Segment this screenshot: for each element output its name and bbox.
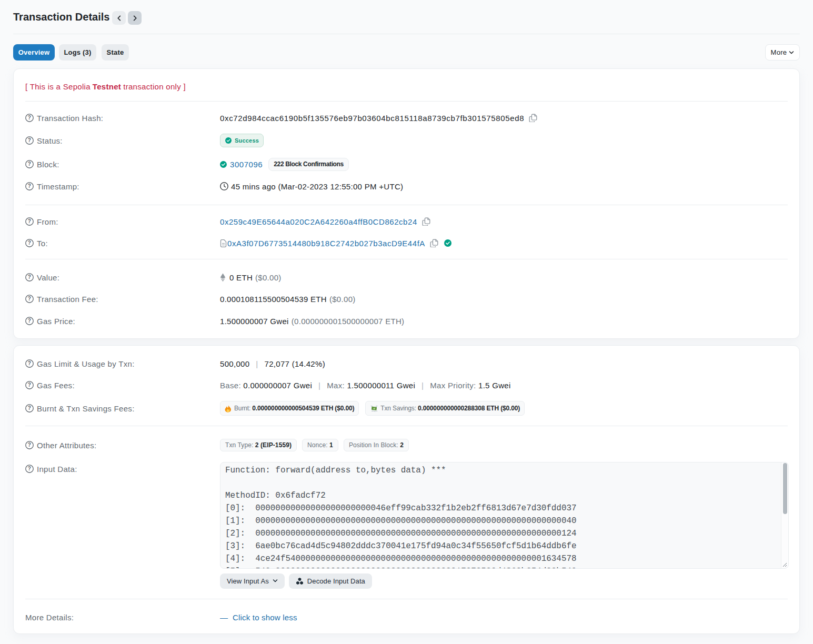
svg-text:?: ?	[28, 161, 31, 167]
svg-text:?: ?	[28, 296, 31, 301]
svg-text:?: ?	[28, 442, 31, 448]
svg-text:?: ?	[28, 115, 31, 120]
svg-text:?: ?	[28, 240, 31, 246]
svg-text:?: ?	[28, 405, 31, 411]
svg-text:?: ?	[28, 360, 31, 366]
svg-text:?: ?	[28, 183, 31, 189]
svg-text:?: ?	[28, 318, 31, 324]
svg-text:?: ?	[28, 218, 31, 224]
svg-text:?: ?	[28, 382, 31, 388]
svg-text:?: ?	[28, 274, 31, 280]
svg-text:?: ?	[28, 137, 31, 143]
svg-text:?: ?	[28, 466, 31, 471]
